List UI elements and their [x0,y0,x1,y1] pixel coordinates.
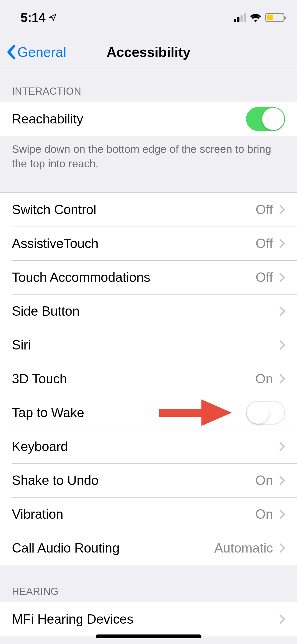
section-header-hearing: HEARING [0,565,297,602]
row-reachability[interactable]: Reachability [0,102,297,136]
row-label: Tap to Wake [12,405,246,420]
row-assistivetouch[interactable]: AssistiveTouch Off [0,227,297,260]
row-mfi-hearing-devices[interactable]: MFi Hearing Devices [0,602,297,636]
chevron-right-icon [279,614,285,624]
row-vibration[interactable]: Vibration On [0,497,297,531]
row-label: Shake to Undo [12,473,255,488]
row-switch-control[interactable]: Switch Control Off [0,193,297,227]
status-bar: 5:14 [0,0,297,35]
row-value: Off [256,236,273,251]
row-label: Siri [12,337,279,353]
chevron-right-icon [279,205,285,215]
chevron-right-icon [279,340,285,350]
back-button[interactable]: General [6,44,66,60]
row-label: Reachability [12,111,246,127]
chevron-right-icon [279,543,285,553]
row-value: On [255,371,273,387]
chevron-right-icon [279,272,285,282]
row-label: Vibration [12,507,255,522]
battery-icon [265,13,284,22]
row-touch-accommodations[interactable]: Touch Accommodations Off [0,260,297,294]
row-label: 3D Touch [12,371,255,387]
status-left: 5:14 [21,10,56,25]
row-shake-to-undo[interactable]: Shake to Undo On [0,463,297,497]
chevron-right-icon [279,475,285,485]
row-side-button[interactable]: Side Button [0,294,297,328]
row-3d-touch[interactable]: 3D Touch On [0,362,297,396]
row-keyboard[interactable]: Keyboard [0,430,297,463]
chevron-left-icon [6,45,16,59]
back-label: General [17,44,66,60]
section-footer-reachability: Swipe down on the bottom edge of the scr… [0,136,297,179]
row-value: On [255,473,273,488]
navigation-bar: General Accessibility [0,35,297,69]
row-value: Off [256,202,273,217]
row-call-audio-routing[interactable]: Call Audio Routing Automatic [0,531,297,565]
row-value: Automatic [214,540,273,556]
page-title: Accessibility [107,44,191,60]
row-label: MFi Hearing Devices [12,611,279,627]
row-label: Switch Control [12,202,256,217]
status-right [234,13,284,22]
row-label: Side Button [12,303,279,319]
chevron-right-icon [279,306,285,316]
group-hearing-list: MFi Hearing Devices [0,602,297,636]
row-label: Keyboard [12,439,279,454]
status-time: 5:14 [21,10,45,25]
location-icon [49,13,56,21]
reachability-toggle[interactable] [246,107,285,131]
row-label: Call Audio Routing [12,540,214,556]
section-header-interaction: INTERACTION [0,69,297,102]
chevron-right-icon [279,509,285,519]
row-label: Touch Accommodations [12,270,256,285]
row-siri[interactable]: Siri [0,328,297,362]
tap-to-wake-toggle[interactable] [246,401,285,425]
chevron-right-icon [279,441,285,452]
group-reachability: Reachability [0,102,297,136]
row-label: AssistiveTouch [12,236,256,251]
chevron-right-icon [279,238,285,249]
home-indicator[interactable] [96,634,201,638]
cellular-signal-icon [234,13,246,22]
row-tap-to-wake[interactable]: Tap to Wake [0,396,297,430]
chevron-right-icon [279,374,285,384]
group-interaction-list: Switch Control Off AssistiveTouch Off To… [0,192,297,565]
row-value: On [255,507,273,522]
row-value: Off [256,270,273,285]
wifi-icon [249,13,262,22]
